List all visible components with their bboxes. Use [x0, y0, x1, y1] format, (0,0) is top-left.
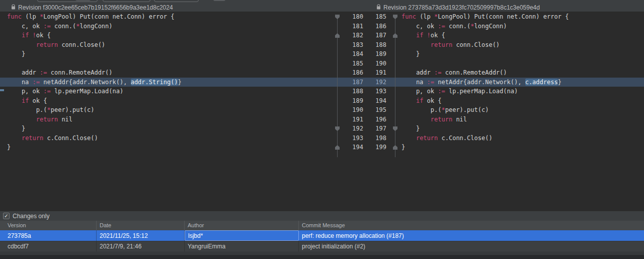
table-empty-area: [0, 251, 644, 255]
changed-fragment: c.address: [525, 79, 558, 86]
gutter-row: 183188: [334, 40, 398, 50]
gutter-row: 182187: [334, 31, 398, 40]
right-line-number: 199: [363, 143, 386, 152]
right-code-line[interactable]: if ok {: [398, 96, 644, 106]
lock-icon: [376, 4, 381, 11]
gutter-row: 190195: [334, 105, 398, 115]
gutter-row: 188193: [334, 87, 398, 96]
left-code-line[interactable]: return conn.Close(): [0, 40, 334, 50]
message-cell[interactable]: perf: reduce memory allocation (#187): [299, 230, 644, 241]
version-cell[interactable]: 273785a: [0, 230, 97, 241]
toolbar-combo-3[interactable]: [154, 0, 199, 2]
column-header-version[interactable]: Version: [0, 221, 97, 230]
left-code-line[interactable]: return nil: [0, 115, 334, 124]
right-line-number: 189: [363, 49, 386, 59]
version-history-table: VersionDateAuthorCommit Message 273785a2…: [0, 221, 644, 251]
left-line-number: 191: [334, 115, 363, 124]
changed-fragment: addr.String(): [131, 79, 178, 86]
right-code-pane[interactable]: func (lp *LongPool) Put(conn net.Conn) e…: [398, 12, 644, 211]
left-code-line[interactable]: p.(*peer).put(c): [0, 105, 334, 115]
left-line-number: 188: [334, 87, 363, 96]
column-header-author[interactable]: Author: [185, 221, 299, 230]
right-line-number: 198: [363, 134, 386, 143]
right-code-line[interactable]: if !ok {: [398, 31, 644, 40]
right-line-number: 186: [363, 22, 386, 31]
right-line-number: 190: [363, 59, 386, 69]
fold-line: [395, 17, 395, 157]
column-header-date[interactable]: Date: [97, 221, 185, 230]
diff-viewer-window: Revision f3000c2ee65ceb7b19152f6656b9a3e…: [0, 0, 644, 259]
left-code-line[interactable]: }: [0, 143, 334, 152]
right-code-line[interactable]: c, ok := conn.(*longConn): [398, 22, 644, 31]
filter-icon[interactable]: [229, 0, 235, 1]
right-line-number: 191: [363, 68, 386, 78]
left-code-line[interactable]: }: [0, 124, 334, 134]
revision-header-bar: Revision f3000c2ee65ceb7b19152f6656b9a3e…: [0, 3, 644, 12]
left-code-line[interactable]: }: [0, 49, 334, 59]
right-code-line[interactable]: p, ok := lp.peerMap.Load(na): [398, 87, 644, 96]
diff-gutter: 1801851811861821871831881841891851901861…: [334, 12, 398, 211]
toolbar-combo-1[interactable]: [37, 0, 98, 2]
gutter-row: 193198: [334, 134, 398, 143]
gutter-row: 186191: [334, 68, 398, 78]
lock-icon: [11, 4, 16, 11]
right-revision-label: Revision 273785a73d3d1923fc702509997b8c1…: [383, 4, 540, 11]
gutter-row: 181186: [334, 22, 398, 31]
right-code-line[interactable]: }: [398, 124, 644, 134]
toolbar-combo-2[interactable]: [103, 0, 150, 2]
left-code-line[interactable]: return c.Conn.Close(): [0, 134, 334, 143]
changes-only-label[interactable]: Changes only: [13, 213, 49, 220]
left-code-line[interactable]: [0, 59, 334, 69]
bottom-band: [0, 255, 644, 259]
right-code-line[interactable]: }: [398, 49, 644, 59]
left-code-pane[interactable]: func (lp *LongPool) Put(conn net.Conn) e…: [0, 12, 334, 211]
gutter-row: 180185: [334, 12, 398, 22]
right-code-line[interactable]: p.(*peer).put(c): [398, 105, 644, 115]
gutter-row: 187192: [334, 78, 398, 87]
version-cell[interactable]: cdbcdf7: [0, 241, 97, 251]
author-cell[interactable]: lsjbd*: [185, 230, 299, 241]
right-code-line[interactable]: addr := conn.RemoteAddr(): [398, 68, 644, 78]
right-line-number: 188: [363, 40, 386, 50]
right-code-line[interactable]: return conn.Close(): [398, 40, 644, 50]
left-code-line[interactable]: na := netAddr{addr.Network(), addr.Strin…: [0, 78, 334, 87]
left-line-number: 184: [334, 49, 363, 59]
author-cell[interactable]: YangruiEmma: [185, 241, 299, 251]
right-line-number: 195: [363, 105, 386, 115]
table-body: 273785a2021/11/25, 15:12lsjbd*perf: redu…: [0, 230, 644, 251]
table-header-row: VersionDateAuthorCommit Message: [0, 221, 644, 230]
toolbar-button[interactable]: [213, 0, 225, 1]
gutter-row: 192197: [334, 124, 398, 134]
left-line-number: 183: [334, 40, 363, 50]
left-code-line[interactable]: if !ok {: [0, 31, 334, 40]
column-header-commit-message[interactable]: Commit Message: [299, 221, 644, 230]
left-code-line[interactable]: func (lp *LongPool) Put(conn net.Conn) e…: [0, 12, 334, 22]
right-code-line[interactable]: }: [398, 143, 644, 152]
right-code-line[interactable]: [398, 59, 644, 69]
left-code-line[interactable]: c, ok := conn.(*longConn): [0, 22, 334, 31]
left-code-line[interactable]: if ok {: [0, 96, 334, 106]
left-code-line[interactable]: p, ok := lp.peerMap.Load(na): [0, 87, 334, 96]
right-code-line[interactable]: na := netAddr{addr.Network(), c.address}: [398, 78, 644, 87]
right-line-number: 193: [363, 87, 386, 96]
left-line-number: 181: [334, 22, 363, 31]
message-cell[interactable]: project initialization (#2): [299, 241, 644, 251]
changes-only-bar: ✓ Changes only: [0, 211, 644, 221]
date-cell[interactable]: 2021/7/9, 21:46: [97, 241, 185, 251]
right-code-line[interactable]: return c.Conn.Close(): [398, 134, 644, 143]
right-code-line[interactable]: func (lp *LongPool) Put(conn net.Conn) e…: [398, 12, 644, 22]
gutter-row: 189194: [334, 96, 398, 106]
left-line-number: 185: [334, 59, 363, 69]
right-code-line[interactable]: return nil: [398, 115, 644, 124]
right-line-number: 196: [363, 115, 386, 124]
changes-only-checkbox[interactable]: ✓: [3, 213, 10, 219]
date-cell[interactable]: 2021/11/25, 15:12: [97, 230, 185, 241]
left-revision-title: Revision f3000c2ee65ceb7b19152f6656b9a3e…: [11, 3, 173, 12]
right-line-number: 185: [363, 12, 386, 22]
version-row[interactable]: cdbcdf72021/7/9, 21:46YangruiEmmaproject…: [0, 241, 644, 251]
right-revision-title: Revision 273785a73d3d1923fc702509997b8c1…: [376, 3, 540, 12]
version-row[interactable]: 273785a2021/11/25, 15:12lsjbd*perf: redu…: [0, 230, 644, 241]
left-code-line[interactable]: addr := conn.RemoteAddr(): [0, 68, 334, 78]
right-line-number: 187: [363, 31, 386, 40]
left-line-number: 189: [334, 96, 363, 106]
